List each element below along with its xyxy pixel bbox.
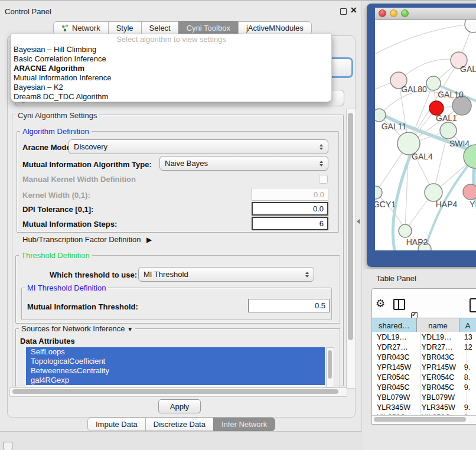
column-header-partial[interactable]: A xyxy=(459,318,476,332)
network-node[interactable] xyxy=(425,184,442,201)
table-cell: YBR043C xyxy=(372,353,417,361)
tab-discretize-data[interactable]: Discretize Data xyxy=(145,418,214,431)
network-node-label: SWI4 xyxy=(449,139,470,148)
table-horizontal-scrollbar[interactable] xyxy=(372,415,476,423)
float-panel-icon[interactable] xyxy=(340,8,347,15)
algorithm-dropdown-popup: Select algorithm to view settings Bayesi… xyxy=(11,34,332,102)
network-node-label: GAL11 xyxy=(382,122,407,131)
kernel-width-field[interactable]: 0.0 xyxy=(252,188,328,201)
network-canvas[interactable]: GALGAL80GAL10GAL1GAL11GAL4SWI4GCY1HAP4YH… xyxy=(375,20,476,250)
algorithm-list-item[interactable]: Dream8 DC_TDC Algorithm xyxy=(11,92,331,102)
control-panel-title: Control Panel xyxy=(5,7,51,16)
tab-cyni-toolbox[interactable]: Cyni Toolbox xyxy=(178,21,239,35)
table-cell: 9. xyxy=(459,403,476,412)
algorithm-list-item[interactable]: Mutual Information Inference xyxy=(11,73,331,83)
group-title: Algorithm Definition xyxy=(20,127,92,136)
network-node[interactable] xyxy=(375,186,382,199)
table-row[interactable]: YBL079WYBL079W xyxy=(372,392,476,402)
network-node-label: HAP4 xyxy=(436,200,458,209)
table-row[interactable]: YDR27…YDR27…12 xyxy=(372,342,476,352)
which-threshold-combo[interactable]: MI Threshold xyxy=(138,267,314,282)
scrollbar-thumb[interactable] xyxy=(328,350,332,379)
network-node[interactable] xyxy=(465,20,476,32)
tab-impute-data[interactable]: Impute Data xyxy=(87,418,146,431)
table-row[interactable]: YLR345WYLR345W9. xyxy=(372,402,476,412)
apply-button[interactable]: Apply xyxy=(158,399,201,413)
table-row[interactable]: YDL19…YDL19…13 xyxy=(372,332,476,342)
scrollbar-thumb[interactable] xyxy=(348,113,353,340)
algorithm-list-item[interactable]: ARACNE Algorithm xyxy=(11,64,331,73)
network-icon xyxy=(61,24,69,32)
column-header-shared-name[interactable]: shared… xyxy=(372,318,417,332)
attributes-list-scrollbar[interactable] xyxy=(326,347,334,387)
group-title: Threshold Definition xyxy=(19,251,92,260)
expander-arrow-icon: ▶ xyxy=(146,236,152,244)
network-node[interactable] xyxy=(463,184,476,200)
aracne-mode-combo[interactable]: Discovery xyxy=(69,139,328,154)
column-separator xyxy=(420,332,421,415)
tab-label: Select xyxy=(149,24,171,32)
data-attributes-list[interactable]: SelfLoopsTopologicalCoefficientBetweenne… xyxy=(26,347,325,386)
tab-jactivemnodules[interactable]: jActiveMNodules xyxy=(238,21,312,35)
column-header-name[interactable]: name xyxy=(417,318,459,332)
algorithm-list-item[interactable]: Bayesian – K2 xyxy=(11,83,331,92)
tab-label: Discretize Data xyxy=(154,420,206,429)
group-title: Cyni Algorithm Settings xyxy=(15,111,99,120)
network-node[interactable] xyxy=(375,109,386,122)
attribute-list-item[interactable]: TopologicalCoefficient xyxy=(26,357,325,366)
dpi-tolerance-field[interactable]: 0.0 xyxy=(252,202,328,216)
mi-steps-field[interactable]: 6 xyxy=(252,217,328,230)
manual-kernel-checkbox[interactable] xyxy=(319,175,328,184)
table-cell: YLR345W xyxy=(417,403,459,412)
split-pane-collapse-arrow[interactable] xyxy=(357,219,360,224)
table-cell: YDL19… xyxy=(372,333,417,341)
dock-panel-icon[interactable] xyxy=(4,442,12,450)
zoom-traffic-light[interactable] xyxy=(401,9,409,17)
scrollbar-thumb[interactable] xyxy=(374,417,466,422)
attribute-list-item[interactable]: SelfLoops xyxy=(26,347,325,357)
network-node[interactable] xyxy=(399,224,412,237)
table-cell: YBR045C xyxy=(372,383,417,392)
scrollbar-thumb[interactable] xyxy=(12,389,338,394)
tab-select[interactable]: Select xyxy=(141,21,179,35)
table-cell: YBR043C xyxy=(417,353,459,361)
hub-definition-expander[interactable]: Hub/Transcription Factor Definition ▶ xyxy=(22,235,152,244)
network-node[interactable] xyxy=(426,76,441,90)
control-panel-tabs: Network Style Select Cyni Toolbox jActiv… xyxy=(53,21,312,35)
mi-type-combo[interactable]: Naive Bayes xyxy=(159,156,328,171)
table-row[interactable]: YBR043CYBR043C xyxy=(372,352,476,362)
tab-infer-network[interactable]: Infer Network xyxy=(213,418,275,431)
network-window-titlebar[interactable] xyxy=(375,8,476,20)
table-row[interactable]: YER054CYER054C8. xyxy=(372,372,476,382)
tab-label: Network xyxy=(72,24,100,32)
table-row[interactable]: YPR145WYPR145W9. xyxy=(372,362,476,372)
table-settings-gear-icon[interactable]: ⚙ xyxy=(376,298,385,309)
tab-label: Style xyxy=(116,24,133,32)
algorithm-list-item[interactable]: Bayesian – Hill Climbing xyxy=(11,45,331,54)
attribute-list-item[interactable]: BetweennessCentrality xyxy=(26,366,325,376)
close-panel-icon[interactable]: ✕ xyxy=(350,5,357,15)
minimize-traffic-light[interactable] xyxy=(390,9,397,17)
table-panel-divider xyxy=(363,269,476,269)
dpi-tolerance-label: DPI Tolerance [0,1]: xyxy=(22,205,93,214)
network-node-label: HAP2 xyxy=(406,237,428,247)
which-threshold-label: Which threshold to use: xyxy=(50,270,137,279)
network-node-label: GAL1 xyxy=(436,113,457,123)
column-layout-icon[interactable] xyxy=(393,299,405,310)
tab-style[interactable]: Style xyxy=(108,21,142,35)
settings-vertical-scrollbar[interactable] xyxy=(346,109,356,389)
data-attributes-label: Data Attributes xyxy=(20,337,75,345)
mi-threshold-field[interactable]: 0.5 xyxy=(248,299,330,312)
attribute-list-item[interactable]: gal4RGexp xyxy=(26,376,325,385)
table-cell: YBR045C xyxy=(417,383,459,392)
algorithm-list-item[interactable]: Basic Correlation Inference xyxy=(11,54,331,64)
table-cell: 9. xyxy=(459,363,476,371)
settings-horizontal-scrollbar[interactable] xyxy=(9,387,347,397)
table-row[interactable]: YBR045CYBR045C9. xyxy=(372,382,476,392)
sources-group-header[interactable]: Sources for Network Inference ▼ xyxy=(19,324,135,333)
network-node-label: Y xyxy=(470,200,475,209)
new-table-document-icon[interactable] xyxy=(470,298,476,312)
tab-network[interactable]: Network xyxy=(53,21,109,35)
network-node[interactable] xyxy=(440,122,457,139)
close-traffic-light[interactable] xyxy=(379,9,386,17)
